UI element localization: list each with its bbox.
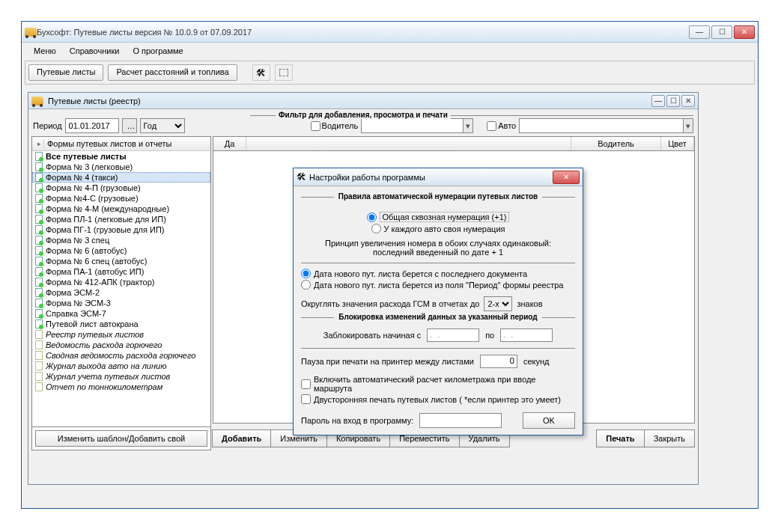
tree-item-label: Форма № 3 (легковые) xyxy=(46,162,133,171)
duplex-checkbox[interactable] xyxy=(301,394,311,404)
block-from-input[interactable]: . . xyxy=(427,328,479,342)
numbering-perauto-label[interactable]: У каждого авто своя нумерация xyxy=(384,224,505,233)
tree-item[interactable]: Отчет по тоннокилометрам xyxy=(32,382,210,392)
driver-checkbox-wrap[interactable]: Водитель xyxy=(311,121,359,131)
password-input[interactable] xyxy=(419,413,502,428)
tree-item[interactable]: Реестр путевых листов xyxy=(32,329,210,340)
period-browse-button[interactable]: … xyxy=(122,118,137,133)
tree-item[interactable]: Форма № 6 спец (автобус) xyxy=(32,256,210,266)
form-icon xyxy=(35,183,43,192)
mdi-title-text: Путевые листы (реестр) xyxy=(48,97,651,106)
auto-km-label[interactable]: Включить автоматический расчет километра… xyxy=(314,375,575,393)
filter-section-label: Фильтр для добавления, просмотра и печат… xyxy=(276,111,451,119)
tree-item[interactable]: Путевой лист автокрана xyxy=(32,319,210,329)
add-button[interactable]: Добавить xyxy=(212,429,271,447)
date-lastdoc-label[interactable]: Дата нового пут. листа берется с последн… xyxy=(314,269,527,278)
tree-item-label: Реестр путевых листов xyxy=(46,330,144,339)
duplex-label[interactable]: Двусторонняя печать путевых листов ( *ес… xyxy=(314,395,561,404)
tree-item[interactable]: Сводная ведомость расхода горючего xyxy=(32,350,210,361)
settings-titlebar: 🛠 Настройки работы программы ✕ xyxy=(294,168,583,186)
form-icon xyxy=(35,278,43,287)
tree-item-label: Все путевые листы xyxy=(46,152,127,161)
tree-item[interactable]: Журнал выхода авто на линию xyxy=(32,361,210,371)
tree-item-label: Форма № 4-П (грузовые) xyxy=(46,183,141,192)
col-driver[interactable]: Водитель xyxy=(571,137,661,150)
numbering-section: Правила автоматической нумерации путевых… xyxy=(334,192,542,201)
tree-item[interactable]: Форма № ЭСМ-3 xyxy=(32,298,210,308)
auto-combo[interactable] xyxy=(519,118,693,133)
tree-item-label: Форма ПГ-1 (грузовые для ИП) xyxy=(46,225,165,234)
pause-label: Пауза при печати на принтер между листам… xyxy=(301,357,474,366)
tree-item[interactable]: Форма ПА-1 (автобус ИП) xyxy=(32,266,210,277)
settings-close-button[interactable]: ✕ xyxy=(553,171,580,184)
mdi-close[interactable]: ✕ xyxy=(681,95,695,107)
tree-item[interactable]: Форма ПЛ-1 (легковые для ИП) xyxy=(32,214,210,224)
pause-input[interactable]: 0 xyxy=(480,355,517,368)
report-icon xyxy=(35,330,43,339)
menu-main[interactable]: Меню xyxy=(28,44,62,58)
tree-item[interactable]: Форма №4-С (грузовые) xyxy=(32,193,210,204)
form-icon xyxy=(35,236,43,245)
menu-refs[interactable]: Справочники xyxy=(64,44,126,58)
auto-checkbox-wrap[interactable]: Авто xyxy=(487,121,516,131)
tree-item-label: Форма № 6 (автобус) xyxy=(46,246,127,255)
round-select[interactable]: 2-х xyxy=(484,296,512,311)
menu-about[interactable]: О программе xyxy=(127,44,189,58)
edit-template-button[interactable]: Изменить шаблон/Добавить свой xyxy=(35,430,207,447)
maximize-button[interactable]: ☐ xyxy=(711,25,732,39)
round-suffix: знаков xyxy=(517,299,542,308)
mdi-maximize[interactable]: ☐ xyxy=(666,95,680,107)
form-icon xyxy=(35,162,43,171)
tree-item-label: Форма ЭСМ-2 xyxy=(46,288,100,297)
app-icon xyxy=(25,28,37,37)
auto-checkbox xyxy=(487,121,496,131)
period-unit-select[interactable]: Год xyxy=(140,118,185,133)
tree-body[interactable]: Все путевые листыФорма № 3 (легковые)Фор… xyxy=(32,151,210,426)
close-button[interactable]: ✕ xyxy=(734,25,755,39)
tree-item[interactable]: Форма № 412-АПК (трактор) xyxy=(32,277,210,287)
tree-header: ▸ Формы путевых листов и отчеты xyxy=(32,137,210,151)
form-icon xyxy=(35,257,43,266)
grid-header: Да Водитель Цвет xyxy=(213,136,695,151)
form-icon xyxy=(35,309,43,318)
auto-km-checkbox[interactable] xyxy=(301,379,311,389)
ok-button[interactable]: OK xyxy=(523,412,575,429)
period-input[interactable] xyxy=(65,118,119,133)
period-label: Период xyxy=(33,121,62,130)
tree-item[interactable]: Форма ЭСМ-2 xyxy=(32,287,210,298)
minimize-button[interactable]: — xyxy=(689,25,710,39)
tree-item-label: Форма № 6 спец (автобус) xyxy=(46,257,147,266)
date-period-label[interactable]: Дата нового пут. листа берется из поля "… xyxy=(314,281,563,290)
tree-item[interactable]: Все путевые листы xyxy=(32,151,210,162)
driver-combo[interactable] xyxy=(361,118,473,133)
report-icon xyxy=(35,340,43,349)
tb-tools-icon[interactable]: 🛠 xyxy=(252,64,270,81)
tree-item[interactable]: Форма № 4-М (международные) xyxy=(32,204,210,214)
numbering-global-radio[interactable] xyxy=(367,213,377,222)
numbering-global-label[interactable]: Общая сквозная нумерация (+1) xyxy=(380,212,508,222)
main-window: Бухсофт: Путевые листы версия № 10.0.9 о… xyxy=(21,21,759,509)
settings-dialog: 🛠 Настройки работы программы ✕ Правила а… xyxy=(293,168,583,435)
tree-item[interactable]: Форма № 4 (такси) xyxy=(32,172,210,183)
tb-crop-icon[interactable] xyxy=(275,64,293,81)
tree-item[interactable]: Форма № 6 (автобус) xyxy=(32,245,210,256)
col-color[interactable]: Цвет xyxy=(661,137,694,150)
mdi-minimize[interactable]: — xyxy=(651,95,665,107)
col-date[interactable]: Да xyxy=(213,137,246,150)
block-to-input[interactable]: . . xyxy=(500,328,553,342)
tb-trip-sheets[interactable]: Путевые листы xyxy=(28,64,103,81)
numbering-perauto-radio[interactable] xyxy=(371,224,381,233)
tree-item[interactable]: Форма № 3 (легковые) xyxy=(32,162,210,172)
tree-item[interactable]: Форма № 4-П (грузовые) xyxy=(32,183,210,193)
form-icon xyxy=(35,173,43,182)
tree-item[interactable]: Форма ПГ-1 (грузовые для ИП) xyxy=(32,224,210,235)
date-period-radio[interactable] xyxy=(301,280,311,290)
tree-item[interactable]: Ведомость расхода горючего xyxy=(32,340,210,350)
tree-item[interactable]: Форма № 3 спец xyxy=(32,235,210,245)
date-lastdoc-radio[interactable] xyxy=(301,269,311,278)
tree-item[interactable]: Справка ЭСМ-7 xyxy=(32,308,210,319)
close-mdi-button[interactable]: Закрыть xyxy=(644,429,695,447)
print-button[interactable]: Печать xyxy=(596,429,644,447)
tb-distance-fuel[interactable]: Расчет расстояний и топлива xyxy=(108,64,237,81)
tree-item[interactable]: Журнал учета путевых листов xyxy=(32,371,210,382)
